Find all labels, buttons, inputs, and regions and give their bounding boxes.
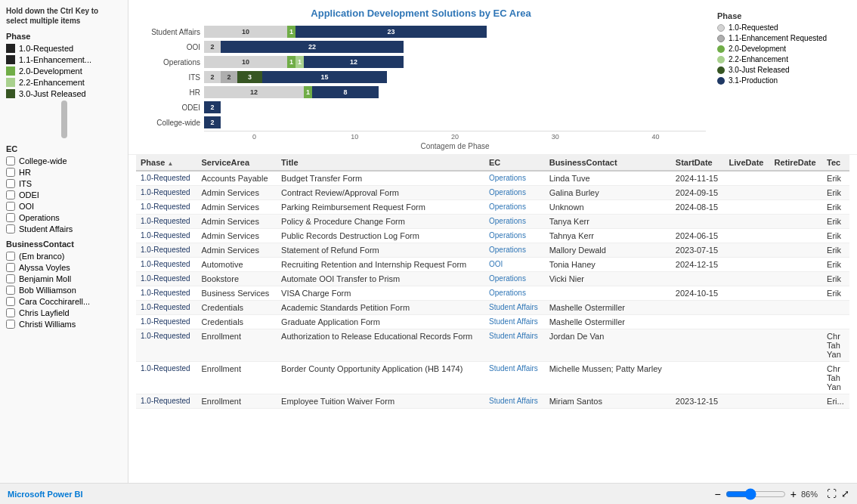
contact-checkbox-christi[interactable] xyxy=(6,320,15,329)
ec-item-its[interactable]: ITS xyxy=(6,179,122,188)
contact-checkbox-cara[interactable] xyxy=(6,297,15,306)
bar-row-hr: HR 12 1 8 xyxy=(136,85,706,99)
contact-item-chris[interactable]: Chris Layfield xyxy=(6,308,122,317)
ec-item-odei[interactable]: ODEI xyxy=(6,190,122,199)
phase-item-development[interactable]: 2.0-Development xyxy=(6,66,122,76)
col-contact[interactable]: BusinessContact xyxy=(545,155,671,171)
phase-item-requested[interactable]: 1.0-Requested xyxy=(6,44,122,53)
cell-retire xyxy=(770,286,823,301)
col-phase[interactable]: Phase ▲ xyxy=(136,155,196,171)
bar-seg-op-requested: 10 xyxy=(204,56,287,68)
fullscreen-icon[interactable]: ⛶ xyxy=(827,488,837,499)
cell-tech: Erik xyxy=(822,200,849,215)
contact-checkbox-alyssa[interactable] xyxy=(6,263,15,272)
zoom-controls: − + 86% ⛶ ⤢ xyxy=(715,488,849,500)
right-content: Application Development Solutions by EC … xyxy=(128,0,857,483)
bar-container-college[interactable]: 2 xyxy=(204,116,706,129)
phase-filter-title: Phase xyxy=(6,32,122,41)
cell-contact: Galina Burley xyxy=(545,186,671,200)
ec-item-hr[interactable]: HR xyxy=(6,168,122,177)
chart-area: Application Development Solutions by EC … xyxy=(128,0,857,155)
col-title[interactable]: Title xyxy=(277,155,484,171)
zoom-label: 86% xyxy=(801,490,818,499)
cell-tech: Chr Tah Yan xyxy=(822,329,849,362)
ec-checkbox-hr[interactable] xyxy=(6,168,15,177)
legend-label-requested: 1.0-Requested xyxy=(729,23,778,32)
contact-item-cara[interactable]: Cara Cocchirarell... xyxy=(6,297,122,306)
tick-30: 30 xyxy=(505,133,605,141)
phase-scrollbar[interactable] xyxy=(61,100,67,138)
cell-service: Admin Services xyxy=(196,243,277,258)
cell-tech: Erik xyxy=(822,215,849,229)
bar-seg-ooi-requested: 2 xyxy=(204,41,221,53)
legend-dot-production xyxy=(717,77,725,85)
contact-checkbox-bob[interactable] xyxy=(6,286,15,295)
contact-item-benjamin[interactable]: Benjamin Moll xyxy=(6,274,122,283)
bar-container-student-affairs[interactable]: 10 1 23 xyxy=(204,25,706,39)
bar-container-hr[interactable]: 12 1 8 xyxy=(204,85,706,99)
col-tech[interactable]: Tec xyxy=(822,155,849,171)
ec-label-hr: HR xyxy=(19,168,31,177)
phase-item-just-released[interactable]: 3.0-Just Released xyxy=(6,89,122,98)
bar-container-its[interactable]: 2 2 3 15 xyxy=(204,70,706,84)
phase-color-requested xyxy=(6,44,15,53)
legend-dot-enhancement xyxy=(717,56,725,63)
zoom-plus-icon[interactable]: + xyxy=(790,488,797,500)
col-retire[interactable]: RetireDate xyxy=(770,155,823,171)
table-row: 1.0-Requested Enrollment Border County O… xyxy=(136,362,849,394)
ec-checkbox-college[interactable] xyxy=(6,156,15,165)
bar-seg-ooi-prod: 22 xyxy=(221,41,404,53)
contact-checkbox-blank[interactable] xyxy=(6,252,15,261)
ec-item-ooi[interactable]: OOI xyxy=(6,202,122,211)
col-start[interactable]: StartDate xyxy=(671,155,725,171)
ec-item-operations[interactable]: Operations xyxy=(6,213,122,222)
cell-service: Automotive xyxy=(196,258,277,272)
ec-item-college[interactable]: College-wide xyxy=(6,156,122,165)
contact-item-christi[interactable]: Christi Williams xyxy=(6,320,122,329)
contact-item-blank[interactable]: (Em branco) xyxy=(6,252,122,261)
phase-item-enhancement[interactable]: 2.2-Enhancement xyxy=(6,78,122,87)
cell-service: Admin Services xyxy=(196,200,277,215)
contact-checkbox-benjamin[interactable] xyxy=(6,274,15,283)
cell-retire xyxy=(770,229,823,243)
bar-container-operations[interactable]: 10 1 1 12 xyxy=(204,55,706,69)
ec-item-student-affairs[interactable]: Student Affairs xyxy=(6,224,122,233)
zoom-slider[interactable] xyxy=(726,488,786,500)
bar-seg-its-requested: 2 xyxy=(204,71,221,83)
cell-phase: 1.0-Requested xyxy=(136,315,196,329)
bar-seg-its-enh-req: 2 xyxy=(221,71,237,83)
legend-item-production: 3.1-Production xyxy=(717,76,846,85)
zoom-minus-icon[interactable]: − xyxy=(715,488,721,500)
col-service[interactable]: ServiceArea xyxy=(196,155,277,171)
bar-container-odei[interactable]: 2 xyxy=(204,100,706,114)
expand-icon[interactable]: ⤢ xyxy=(841,488,849,499)
contact-item-alyssa[interactable]: Alyssa Voyles xyxy=(6,263,122,272)
legend-dot-just-released xyxy=(717,66,725,74)
ec-checkbox-its[interactable] xyxy=(6,179,15,188)
cell-live xyxy=(725,362,770,394)
phase-color-just-released xyxy=(6,89,15,98)
contact-label-bob: Bob Williamson xyxy=(19,286,76,295)
cell-start: 2024-11-15 xyxy=(671,171,725,186)
contact-item-bob[interactable]: Bob Williamson xyxy=(6,286,122,295)
contact-checkbox-chris[interactable] xyxy=(6,308,15,317)
ec-checkbox-odei[interactable] xyxy=(6,190,15,199)
cell-tech: Erik xyxy=(822,171,849,186)
contact-filter-title: BusinessContact xyxy=(6,240,122,249)
ec-checkbox-ooi[interactable] xyxy=(6,202,15,211)
col-live[interactable]: LiveDate xyxy=(725,155,770,171)
cell-phase: 1.0-Requested xyxy=(136,329,196,362)
cell-phase: 1.0-Requested xyxy=(136,171,196,186)
phase-filter-list: 1.0-Requested 1.1-Enhancement... 2.0-Dev… xyxy=(6,44,122,98)
ec-checkbox-operations[interactable] xyxy=(6,213,15,222)
legend-item-requested: 1.0-Requested xyxy=(717,23,846,32)
cell-live xyxy=(725,243,770,258)
brand-link[interactable]: Microsoft Power BI xyxy=(8,490,83,499)
cell-tech xyxy=(822,315,849,329)
bar-container-ooi[interactable]: 2 22 xyxy=(204,40,706,54)
phase-item-enhancement-req[interactable]: 1.1-Enhancement... xyxy=(6,55,122,64)
ec-checkbox-student-affairs[interactable] xyxy=(6,224,15,233)
col-ec[interactable]: EC xyxy=(484,155,545,171)
cell-ec: Student Affairs xyxy=(484,362,545,394)
cell-service: Enrollment xyxy=(196,362,277,394)
